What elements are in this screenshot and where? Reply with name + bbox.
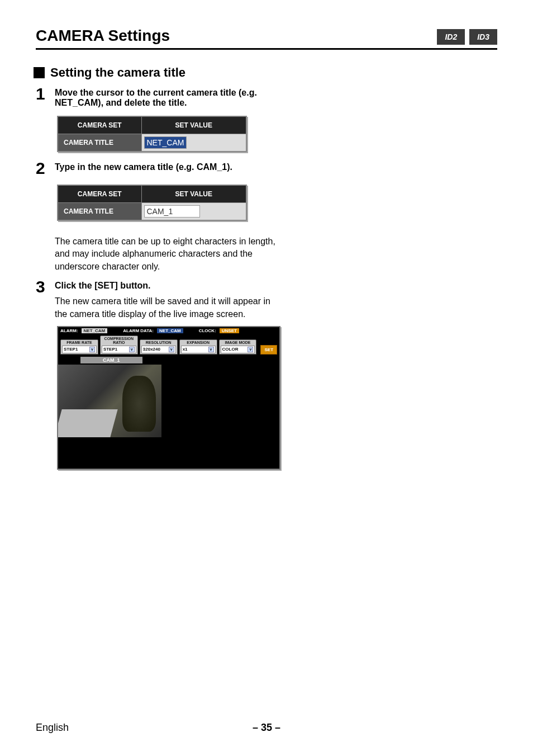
step-1-instruction: Move the cursor to the current camera ti… <box>55 88 278 108</box>
header-tags: ID2 ID3 <box>437 29 497 45</box>
live-topbar: ALARM: NET_CAM ALARM DATA: NET_CAM CLOCK… <box>58 327 279 334</box>
expansion-select[interactable]: x1v <box>181 346 216 353</box>
expansion-control: EXPANSION x1v <box>179 339 217 355</box>
camera-set-table-1: CAMERA SET SET VALUE CAMERA TITLE NET_CA… <box>57 116 247 152</box>
section-heading: Setting the camera title <box>34 65 497 80</box>
table1-header-cameraset: CAMERA SET <box>58 116 141 134</box>
clock-label: CLOCK: <box>199 328 216 333</box>
table1-row-label: CAMERA TITLE <box>58 134 141 152</box>
square-bullet-icon <box>34 67 45 78</box>
tag-id2: ID2 <box>437 29 465 45</box>
live-screen: ALARM: NET_CAM ALARM DATA: NET_CAM CLOCK… <box>57 326 280 470</box>
step-number: 1 <box>36 86 48 102</box>
step-1: 1 Move the cursor to the current camera … <box>36 86 497 108</box>
camera-title-input-highlighted[interactable]: NET_CAM <box>144 136 187 149</box>
resolution-select[interactable]: 320x240v <box>141 346 176 353</box>
image-mode-label: IMAGE MODE <box>221 341 255 344</box>
compression-control: COMPRESSION RATIO STEP1v <box>100 336 138 355</box>
step-3-paragraph: The new camera title will be saved and i… <box>55 295 278 320</box>
expansion-label: EXPANSION <box>181 341 216 344</box>
step-2-paragraph: The camera title can be up to eight char… <box>55 235 278 273</box>
alarm-value[interactable]: NET_CAM <box>82 328 108 333</box>
step-3-instruction: Click the [SET] button. <box>55 281 278 291</box>
table2-header-cameraset: CAMERA SET <box>58 185 141 203</box>
chevron-down-icon: v <box>208 347 214 352</box>
table2-row-label: CAMERA TITLE <box>58 203 141 221</box>
resolution-control: RESOLUTION 320x240v <box>140 339 178 355</box>
set-button[interactable]: SET <box>260 345 277 355</box>
live-view-area: CAM_1 <box>58 357 279 469</box>
live-controls-row: FRAME RATE STEP1v COMPRESSION RATIO STEP… <box>58 334 279 357</box>
table2-header-setvalue: SET VALUE <box>141 185 246 203</box>
step-2: 2 Type in the new camera title (e.g. CAM… <box>36 160 497 177</box>
table1-header-setvalue: SET VALUE <box>141 116 246 134</box>
step-2-instruction: Type in the new camera title (e.g. CAM_1… <box>55 162 278 172</box>
page-title: CAMERA Settings <box>36 27 170 45</box>
chevron-down-icon: v <box>129 347 135 352</box>
step-2-note: 0 The camera title can be up to eight ch… <box>36 229 497 273</box>
page-footer: English – 35 – <box>36 722 497 734</box>
step-number: 2 <box>36 160 48 177</box>
step-number: 3 <box>36 278 48 295</box>
table2-row-value-cell: CAM_1 <box>141 203 246 221</box>
step-3: 3 Click the [SET] button. The new camera… <box>36 278 497 320</box>
frame-rate-select[interactable]: STEP1v <box>62 346 97 353</box>
clock-value[interactable]: UNSET <box>220 328 239 333</box>
alarmdata-value[interactable]: NET_CAM <box>157 328 183 333</box>
frame-rate-control: FRAME RATE STEP1v <box>60 339 98 355</box>
image-mode-select[interactable]: COLORv <box>221 346 255 353</box>
page-header: CAMERA Settings ID2 ID3 <box>36 27 497 50</box>
footer-page-number: – 35 – <box>253 722 280 734</box>
compression-label: COMPRESSION RATIO <box>102 337 136 344</box>
camera-title-overlay: CAM_1 <box>80 357 142 363</box>
chevron-down-icon: v <box>248 347 253 352</box>
resolution-label: RESOLUTION <box>141 341 176 344</box>
alarmdata-label: ALARM DATA: <box>123 328 154 333</box>
camera-feed-image <box>58 365 161 437</box>
chevron-down-icon: v <box>89 347 95 352</box>
alarm-label: ALARM: <box>60 328 78 333</box>
section-heading-text: Setting the camera title <box>50 65 185 80</box>
table1-row-value-cell: NET_CAM <box>141 134 246 152</box>
image-mode-control: IMAGE MODE COLORv <box>219 339 257 355</box>
frame-rate-label: FRAME RATE <box>62 341 97 344</box>
footer-language: English <box>36 722 69 734</box>
chevron-down-icon: v <box>169 347 174 352</box>
camera-title-input[interactable]: CAM_1 <box>144 205 200 218</box>
compression-select[interactable]: STEP1v <box>102 346 136 353</box>
tag-id3: ID3 <box>469 29 497 45</box>
camera-set-table-2: CAMERA SET SET VALUE CAMERA TITLE CAM_1 <box>57 185 247 221</box>
